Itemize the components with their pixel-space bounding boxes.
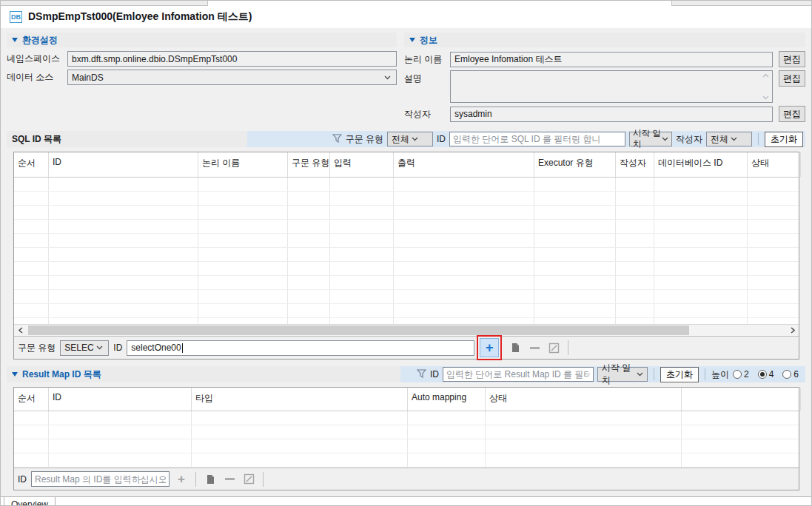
sql-id-entry-label: ID xyxy=(113,343,122,353)
logical-name-field[interactable]: Emloyee Infomation 테스트 xyxy=(450,52,773,67)
rm-id-filter-input[interactable] xyxy=(443,367,594,382)
scrollbar-track[interactable] xyxy=(27,325,786,336)
chevron-down-icon xyxy=(409,137,420,141)
datasource-value: MainDS xyxy=(72,72,382,83)
info-title: 정보 xyxy=(420,34,437,47)
description-textarea[interactable] xyxy=(450,70,773,103)
table-row xyxy=(14,411,799,425)
collapse-triangle-icon[interactable] xyxy=(12,372,18,377)
namespace-label: 네임스페이스 xyxy=(7,53,67,65)
remove-result-map-icon[interactable] xyxy=(222,472,237,487)
sql-id-filter-input[interactable] xyxy=(449,132,625,146)
info-header[interactable]: 정보 xyxy=(404,33,805,47)
scroll-right-arrow-icon[interactable] xyxy=(786,325,799,336)
radio-icon[interactable] xyxy=(733,370,742,379)
add-result-map-icon[interactable]: + xyxy=(174,472,189,487)
page-title: DSmpEmpTst000(Emloyee Infomation 테스트) xyxy=(28,10,252,24)
scroll-left-arrow-icon[interactable] xyxy=(14,325,27,336)
chevron-down-icon xyxy=(94,345,104,350)
table-row xyxy=(14,439,799,453)
collapse-triangle-icon[interactable] xyxy=(409,38,415,42)
column-header[interactable]: 논리 이름 xyxy=(198,152,288,177)
table-row xyxy=(14,453,799,468)
column-header[interactable]: 구문 유형 xyxy=(288,152,330,177)
sql-id-filter-label: ID xyxy=(437,134,446,144)
column-header[interactable]: ID xyxy=(49,388,192,411)
column-header[interactable]: 타입 xyxy=(192,388,408,411)
height-label: 높이 xyxy=(711,368,729,381)
env-settings-header[interactable]: 환경설정 xyxy=(7,33,397,47)
column-header[interactable]: 상태 xyxy=(748,152,801,177)
sql-reset-button[interactable]: 초기화 xyxy=(765,132,803,147)
stmt-type-select[interactable]: SELECT xyxy=(60,340,109,356)
namespace-field[interactable]: bxm.dft.smp.online.dbio.DSmpEmpTst000 xyxy=(67,51,397,67)
table-row xyxy=(14,192,799,206)
remove-sql-icon[interactable] xyxy=(527,340,542,355)
horizontal-scrollbar[interactable] xyxy=(14,324,799,336)
copy-page-icon[interactable] xyxy=(203,472,218,487)
inactive-tab-area[interactable] xyxy=(1,1,208,6)
column-header[interactable]: 순서 xyxy=(14,388,49,411)
chevron-up-icon[interactable] xyxy=(760,73,771,78)
text-cursor xyxy=(182,343,183,353)
table-row xyxy=(14,178,799,192)
sql-id-entry-input[interactable]: selectOne00 xyxy=(127,340,474,356)
chevron-down-icon[interactable] xyxy=(760,95,771,100)
column-header[interactable]: 입력 xyxy=(330,152,394,177)
scrollbar-thumb[interactable] xyxy=(28,325,689,335)
rm-match-mode-select[interactable]: 시작 일치 xyxy=(597,367,648,382)
column-header[interactable] xyxy=(682,388,801,411)
edit-sql-icon[interactable] xyxy=(546,340,561,355)
author-field[interactable]: sysadmin xyxy=(450,107,773,122)
column-header[interactable]: 데이터베이스 ID xyxy=(654,152,748,177)
divider xyxy=(758,133,759,145)
copy-page-icon[interactable] xyxy=(508,340,523,355)
height-radio-group: 246 xyxy=(733,369,799,380)
sql-table-header: 순서ID논리 이름구문 유형입력출력Executor 유형작성자데이터베이스 I… xyxy=(14,152,799,178)
add-sql-button[interactable]: + xyxy=(480,338,499,357)
edit-author-button[interactable]: 편집 xyxy=(779,106,805,122)
column-header[interactable]: 작성자 xyxy=(616,152,654,177)
column-header[interactable]: 순서 xyxy=(14,152,49,177)
table-row xyxy=(14,425,799,439)
info-panel: 정보 논리 이름 Emloyee Infomation 테스트 편집 설명 xyxy=(404,33,805,125)
stmt-type-filter-select[interactable]: 전체 xyxy=(387,132,433,146)
table-row xyxy=(14,276,799,290)
column-header[interactable]: 상태 xyxy=(486,388,682,411)
radio-label: 6 xyxy=(793,369,799,380)
author-filter-select[interactable]: 전체 xyxy=(706,132,752,146)
datasource-select[interactable]: MainDS xyxy=(67,70,397,85)
result-map-header[interactable]: Result Map ID 목록 xyxy=(7,366,400,382)
edit-result-map-icon[interactable] xyxy=(241,472,256,487)
author-value: sysadmin xyxy=(454,109,492,119)
sql-match-mode-select[interactable]: 시작 일치 xyxy=(629,132,672,146)
chevron-down-icon xyxy=(636,372,645,377)
column-header[interactable]: Auto mapping xyxy=(408,388,486,411)
logical-name-label: 논리 이름 xyxy=(404,53,450,66)
funnel-icon xyxy=(417,369,426,380)
rm-id-entry-input[interactable] xyxy=(31,471,170,487)
divider xyxy=(568,340,568,355)
env-settings-title: 환경설정 xyxy=(22,34,58,47)
radio-label: 2 xyxy=(744,369,749,380)
collapse-triangle-icon[interactable] xyxy=(12,38,18,42)
height-radio-6[interactable]: 6 xyxy=(782,369,799,380)
chevron-down-icon xyxy=(382,75,392,80)
column-header[interactable]: ID xyxy=(49,152,198,177)
author-label: 작성자 xyxy=(404,108,450,121)
editor-title-bar: DB DSmpEmpTst000(Emloyee Infomation 테스트) xyxy=(1,6,811,28)
column-header[interactable]: 출력 xyxy=(394,152,534,177)
sql-match-mode-value: 시작 일치 xyxy=(633,128,661,150)
rm-reset-button[interactable]: 초기화 xyxy=(660,367,699,382)
radio-icon[interactable] xyxy=(758,370,767,379)
column-header[interactable]: Executor 유형 xyxy=(534,152,616,177)
sql-id-table: 순서ID논리 이름구문 유형입력출력Executor 유형작성자데이터베이스 I… xyxy=(13,152,799,360)
tab-overview[interactable]: Overview xyxy=(4,497,56,506)
edit-logical-name-button[interactable]: 편집 xyxy=(779,51,805,67)
height-radio-4[interactable]: 4 xyxy=(758,369,774,380)
edit-description-button[interactable]: 편집 xyxy=(779,70,805,87)
author-filter-label: 작성자 xyxy=(676,133,702,146)
radio-icon[interactable] xyxy=(782,370,791,379)
inactive-tab-area[interactable] xyxy=(671,1,811,6)
height-radio-2[interactable]: 2 xyxy=(733,369,749,380)
